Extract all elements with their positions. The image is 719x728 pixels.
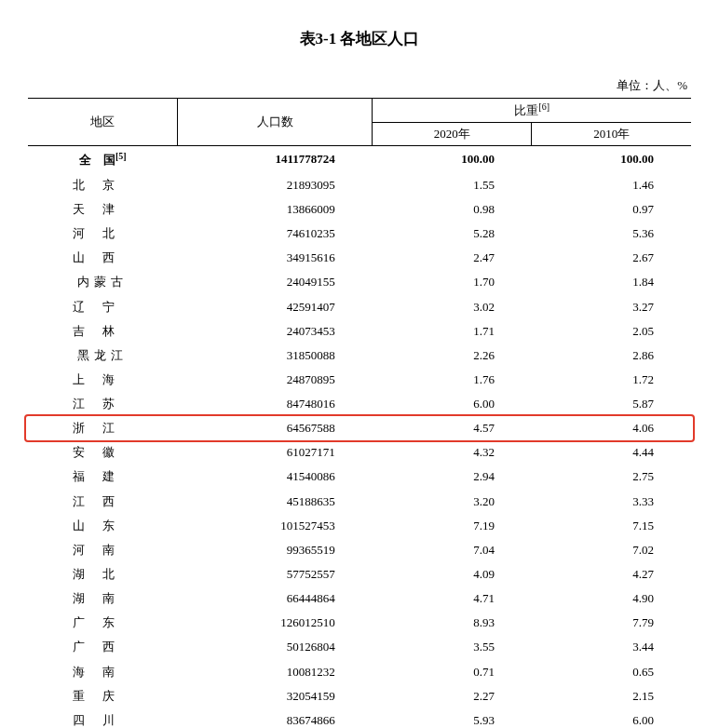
page-container: 表3-1 各地区人口 单位：人、% 地区 人口数 比重[6] 2020年 201… xyxy=(0,0,719,728)
table-row: 重庆320541592.272.15 xyxy=(28,684,691,708)
cell-share-2010: 6.00 xyxy=(532,708,691,728)
cell-share2010-total: 100.00 xyxy=(532,146,691,173)
cell-share-2020: 0.98 xyxy=(373,197,532,222)
cell-share-2010: 5.87 xyxy=(532,392,691,416)
cell-region: 河南 xyxy=(28,538,178,562)
table-row: 福建415400862.942.75 xyxy=(28,465,691,489)
cell-share-2020: 5.93 xyxy=(373,708,532,728)
cell-region: 黑龙江 xyxy=(28,344,178,368)
cell-share-2010: 4.27 xyxy=(532,562,691,586)
cell-share-2010: 1.46 xyxy=(532,173,691,197)
cell-share-2020: 2.94 xyxy=(373,465,532,489)
cell-share-2010: 2.86 xyxy=(532,344,691,368)
cell-region: 江苏 xyxy=(28,392,178,416)
population-table: 地区 人口数 比重[6] 2020年 2010年 全 国[5] 14117787… xyxy=(28,98,691,728)
cell-region: 天津 xyxy=(28,197,178,222)
cell-share-2020: 2.27 xyxy=(373,684,532,708)
table-row: 湖北577525574.094.27 xyxy=(28,562,691,586)
cell-region: 广东 xyxy=(28,611,178,635)
cell-share-2010: 0.65 xyxy=(532,660,691,684)
cell-population: 45188635 xyxy=(178,490,373,514)
col-year-2020: 2020年 xyxy=(373,123,532,146)
cell-share-2010: 1.84 xyxy=(532,270,691,294)
cell-share-2020: 7.19 xyxy=(373,514,532,538)
cell-share-2020: 0.71 xyxy=(373,660,532,684)
cell-share-2020: 5.28 xyxy=(373,222,532,246)
cell-region: 吉林 xyxy=(28,319,178,344)
cell-population: 57752557 xyxy=(178,562,373,586)
table-row: 浙江645675884.574.06 xyxy=(28,416,691,440)
table-row: 广西501268043.553.44 xyxy=(28,635,691,659)
share-footnote: [6] xyxy=(538,101,549,112)
table-row: 海南100812320.710.65 xyxy=(28,660,691,684)
cell-share-2020: 1.71 xyxy=(373,319,532,344)
cell-population: 99365519 xyxy=(178,538,373,562)
cell-population: 101527453 xyxy=(178,514,373,538)
cell-region: 四川 xyxy=(28,708,178,728)
table-row: 江苏847480166.005.87 xyxy=(28,392,691,416)
cell-population: 64567588 xyxy=(178,416,373,440)
cell-share-2010: 2.15 xyxy=(532,684,691,708)
table-row: 安徽610271714.324.44 xyxy=(28,440,691,465)
table-row: 河北746102355.285.36 xyxy=(28,222,691,246)
cell-population: 13866009 xyxy=(178,197,373,222)
cell-share-2010: 5.36 xyxy=(532,222,691,246)
col-population: 人口数 xyxy=(178,99,373,146)
cell-share-2020: 1.76 xyxy=(373,368,532,392)
cell-region: 上海 xyxy=(28,368,178,392)
cell-share-2010: 7.02 xyxy=(532,538,691,562)
cell-population: 74610235 xyxy=(178,222,373,246)
cell-population: 24870895 xyxy=(178,368,373,392)
cell-share-2020: 4.71 xyxy=(373,586,532,611)
cell-population: 61027171 xyxy=(178,440,373,465)
cell-share2020-total: 100.00 xyxy=(373,146,532,173)
cell-population: 10081232 xyxy=(178,660,373,684)
cell-share-2010: 4.06 xyxy=(532,416,691,440)
cell-region: 北京 xyxy=(28,173,178,197)
cell-region: 重庆 xyxy=(28,684,178,708)
cell-population: 42591407 xyxy=(178,295,373,319)
col-year-2010: 2010年 xyxy=(532,123,691,146)
cell-region: 湖北 xyxy=(28,562,178,586)
row-total: 全 国[5] 1411778724 100.00 100.00 xyxy=(28,146,691,173)
cell-share-2020: 4.57 xyxy=(373,416,532,440)
cell-share-2010: 4.44 xyxy=(532,440,691,465)
cell-share-2020: 2.26 xyxy=(373,344,532,368)
cell-share-2020: 8.93 xyxy=(373,611,532,635)
cell-share-2010: 2.05 xyxy=(532,319,691,344)
table-row: 黑龙江318500882.262.86 xyxy=(28,344,691,368)
cell-share-2020: 3.55 xyxy=(373,635,532,659)
cell-population: 21893095 xyxy=(178,173,373,197)
cell-region: 辽宁 xyxy=(28,295,178,319)
cell-population-total: 1411778724 xyxy=(178,146,373,173)
col-share-group: 比重[6] xyxy=(373,99,691,123)
cell-region: 江西 xyxy=(28,490,178,514)
cell-population: 31850088 xyxy=(178,344,373,368)
cell-region-total: 全 国[5] xyxy=(28,146,178,173)
cell-region: 湖南 xyxy=(28,586,178,611)
cell-share-2010: 2.67 xyxy=(532,246,691,270)
cell-region: 浙江 xyxy=(28,416,178,440)
table-row: 天津138660090.980.97 xyxy=(28,197,691,222)
table-title: 表3-1 各地区人口 xyxy=(28,28,691,49)
table-row: 江西451886353.203.33 xyxy=(28,490,691,514)
table-row: 上海248708951.761.72 xyxy=(28,368,691,392)
table-header: 地区 人口数 比重[6] 2020年 2010年 xyxy=(28,99,691,146)
cell-population: 50126804 xyxy=(178,635,373,659)
table-row: 四川836748665.936.00 xyxy=(28,708,691,728)
cell-share-2010: 0.97 xyxy=(532,197,691,222)
cell-share-2020: 1.55 xyxy=(373,173,532,197)
table-row: 河南993655197.047.02 xyxy=(28,538,691,562)
cell-population: 66444864 xyxy=(178,586,373,611)
cell-population: 24073453 xyxy=(178,319,373,344)
cell-share-2020: 2.47 xyxy=(373,246,532,270)
table-row: 山西349156162.472.67 xyxy=(28,246,691,270)
table-row: 辽宁425914073.023.27 xyxy=(28,295,691,319)
cell-region: 河北 xyxy=(28,222,178,246)
table-row: 广东1260125108.937.79 xyxy=(28,611,691,635)
cell-share-2020: 4.32 xyxy=(373,440,532,465)
cell-share-2010: 3.44 xyxy=(532,635,691,659)
table-row: 山东1015274537.197.15 xyxy=(28,514,691,538)
cell-share-2020: 1.70 xyxy=(373,270,532,294)
cell-share-2020: 7.04 xyxy=(373,538,532,562)
